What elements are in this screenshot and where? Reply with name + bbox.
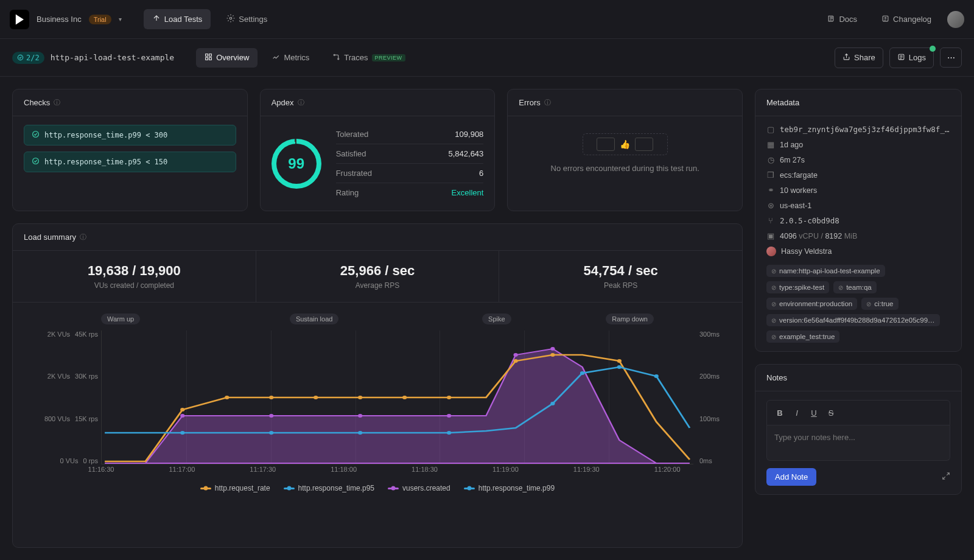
expand-icon[interactable] bbox=[942, 472, 950, 482]
org-name[interactable]: Business Inc bbox=[37, 15, 82, 24]
app-logo[interactable] bbox=[10, 10, 29, 29]
check-circle-icon bbox=[17, 54, 24, 61]
underline-button[interactable]: U bbox=[806, 405, 822, 420]
italic-button[interactable]: I bbox=[789, 405, 805, 420]
svg-rect-3 bbox=[206, 54, 208, 56]
apdex-row: Frustrated6 bbox=[336, 164, 484, 183]
meta-workers: ⚭10 workers bbox=[766, 186, 950, 195]
tag[interactable]: ⊘example_test:true bbox=[766, 331, 839, 343]
tag[interactable]: ⊘team:qa bbox=[833, 281, 877, 293]
logs-icon bbox=[897, 53, 905, 63]
apdex-row: Tolerated109,908 bbox=[336, 125, 484, 144]
meta-version: ⑂2.0.5-c0bd9d8 bbox=[766, 216, 950, 225]
check-circle-icon bbox=[32, 157, 40, 167]
stat-peak-rps: 54,754 / sec Peak RPS bbox=[499, 251, 742, 302]
tag-icon: ⊘ bbox=[838, 284, 843, 291]
x-axis: 11:16:30 11:17:00 11:17:30 11:18:00 11:1… bbox=[101, 466, 693, 477]
tab-metrics[interactable]: Metrics bbox=[264, 48, 318, 68]
tag-icon: ⊘ bbox=[771, 284, 776, 291]
tag[interactable]: ⊘name:http-api-load-test-example bbox=[766, 265, 885, 277]
chip-icon: ▣ bbox=[766, 231, 775, 240]
apdex-row: RatingExcellent bbox=[336, 183, 484, 202]
metadata-card: Metadata ▢teb9r_znyntj6wa7ge5j3zf46djppm… bbox=[755, 89, 962, 352]
errors-message: No errors encountered during this test r… bbox=[551, 164, 699, 173]
changelog-link[interactable]: Changelog bbox=[873, 10, 940, 29]
dots-icon: ⋯ bbox=[947, 53, 955, 62]
svg-point-22 bbox=[180, 431, 184, 435]
svg-rect-4 bbox=[209, 54, 212, 56]
tag-icon: ⊘ bbox=[771, 301, 776, 307]
apdex-card: Apdex ⓘ 99 Tolerated109,908 Satisfied5,8… bbox=[260, 89, 496, 211]
check-item[interactable]: http.response_time.p99 < 300 bbox=[24, 125, 236, 145]
svg-point-0 bbox=[230, 17, 233, 19]
svg-point-13 bbox=[225, 396, 229, 399]
svg-point-14 bbox=[269, 396, 273, 399]
load-summary-card: Load summary ⓘ 19,638 / 19,900 VUs creat… bbox=[12, 223, 743, 548]
tag[interactable]: ⊘ci:true bbox=[861, 298, 898, 310]
tag[interactable]: ⊘version:6e56af4adff9f49b288d9a472612e05… bbox=[766, 314, 940, 326]
meta-id: ▢teb9r_znyntj6wa7ge5j3zf46djppm3fw8f_t… bbox=[766, 125, 950, 134]
chart-legend: http.request_rate http.response_time.p95… bbox=[19, 477, 736, 502]
load-summary-title: Load summary bbox=[24, 233, 76, 242]
load-tests-button[interactable]: Load Tests bbox=[144, 9, 211, 29]
user-avatar[interactable] bbox=[947, 11, 964, 28]
svg-rect-5 bbox=[206, 57, 208, 60]
tab-traces[interactable]: Traces PREVIEW bbox=[324, 48, 413, 68]
chevron-down-icon[interactable]: ▾ bbox=[119, 16, 122, 23]
apdex-gauge: 99 bbox=[272, 139, 321, 189]
logs-button[interactable]: Logs bbox=[889, 47, 934, 68]
load-summary-chart[interactable]: 2K VUs45K rps 2K VUs30K rps 800 VUs15K r… bbox=[101, 331, 693, 477]
info-icon[interactable]: ⓘ bbox=[80, 233, 86, 242]
id-icon: ▢ bbox=[766, 125, 775, 134]
svg-point-34 bbox=[513, 353, 517, 357]
globe-icon: ⊛ bbox=[766, 201, 775, 210]
share-button[interactable]: Share bbox=[835, 47, 883, 68]
checks-title: Checks bbox=[24, 98, 50, 107]
more-button[interactable]: ⋯ bbox=[940, 47, 962, 68]
tag-icon: ⊘ bbox=[771, 268, 776, 275]
info-icon[interactable]: ⓘ bbox=[544, 98, 551, 107]
svg-rect-6 bbox=[209, 57, 212, 60]
svg-point-29 bbox=[654, 374, 659, 378]
apdex-row: Satisfied5,842,643 bbox=[336, 144, 484, 164]
stat-avg-rps: 25,966 / sec Average RPS bbox=[256, 251, 500, 302]
y-axis-left: 2K VUs45K rps 2K VUs30K rps 800 VUs15K r… bbox=[19, 331, 98, 464]
add-note-button[interactable]: Add Note bbox=[766, 468, 816, 486]
phase-badge: Sustain load bbox=[290, 313, 339, 324]
run-count-badge: 2/2 bbox=[12, 52, 44, 64]
tag-icon: ⊘ bbox=[771, 317, 776, 324]
settings-button[interactable]: Settings bbox=[218, 9, 276, 29]
info-icon[interactable]: ⓘ bbox=[54, 98, 60, 107]
meta-author: Hassy Veldstra bbox=[766, 247, 950, 256]
changelog-icon bbox=[881, 15, 889, 24]
svg-point-8 bbox=[338, 58, 339, 59]
thumbs-up-icon: 👍 bbox=[620, 139, 630, 149]
tag[interactable]: ⊘type:spike-test bbox=[766, 281, 829, 293]
notes-textarea[interactable]: Type your notes here... bbox=[766, 425, 950, 461]
svg-point-24 bbox=[358, 431, 362, 435]
meta-age: ▦1d ago bbox=[766, 140, 950, 149]
gear-icon bbox=[226, 14, 235, 24]
apdex-title: Apdex bbox=[272, 98, 294, 107]
strike-button[interactable]: S bbox=[823, 405, 839, 420]
meta-resources: ▣ 4096 vCPU / 8192 MiB bbox=[766, 231, 950, 240]
info-icon[interactable]: ⓘ bbox=[298, 98, 304, 107]
svg-point-7 bbox=[334, 54, 335, 55]
tab-overview[interactable]: Overview bbox=[196, 48, 258, 68]
svg-point-27 bbox=[580, 371, 584, 375]
phase-badge: Warm up bbox=[101, 313, 140, 324]
bold-button[interactable]: B bbox=[772, 405, 788, 420]
notes-card: Notes B I U S Type your notes here... Ad… bbox=[755, 364, 962, 495]
tag-icon: ⊘ bbox=[866, 301, 871, 307]
grid-icon bbox=[205, 53, 212, 63]
share-icon bbox=[843, 53, 850, 63]
branch-icon: ⑂ bbox=[766, 217, 775, 225]
docs-link[interactable]: Docs bbox=[819, 10, 866, 29]
cube-icon: ❒ bbox=[766, 170, 775, 180]
tag[interactable]: ⊘environment:production bbox=[766, 298, 857, 310]
notes-title: Notes bbox=[766, 373, 787, 382]
check-item[interactable]: http.response_time.p95 < 150 bbox=[24, 152, 236, 172]
svg-point-16 bbox=[358, 396, 362, 399]
svg-point-20 bbox=[550, 353, 555, 357]
svg-point-30 bbox=[180, 414, 184, 418]
